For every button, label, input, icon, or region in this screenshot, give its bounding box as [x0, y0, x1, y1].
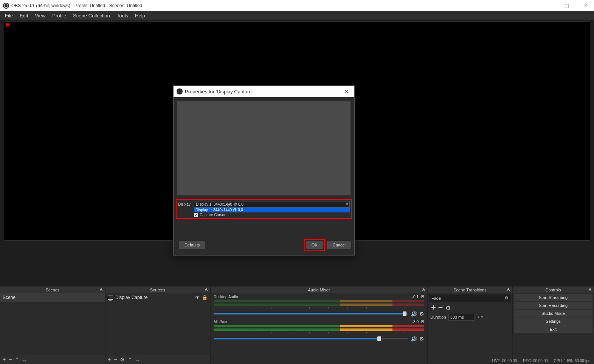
scenes-toolbar: + − ⌃ ⌄ — [0, 355, 105, 364]
meter-ticks — [214, 332, 424, 335]
mixer-track-mic: Mic/Aux -3.0 dB 🔊 ⚙ — [211, 318, 427, 343]
capture-cursor-checkbox[interactable]: ✓ — [194, 213, 198, 217]
menu-view[interactable]: View — [31, 12, 49, 20]
display-option[interactable]: Display 1: 3440x1440 @ 0,0 — [194, 208, 350, 212]
start-recording-button[interactable]: Start Recording — [514, 302, 592, 309]
popout-icon[interactable]: ⮝ — [99, 287, 103, 291]
source-handle-icon[interactable] — [6, 23, 9, 26]
annotation-highlight: OK — [304, 239, 325, 251]
controls-title: Controls — [546, 288, 561, 292]
transition-settings-icon[interactable]: ⚙ — [505, 296, 509, 300]
menu-profile[interactable]: Profile — [49, 12, 70, 20]
source-item-label: Display Capture — [115, 295, 147, 300]
mute-icon[interactable]: 🔊 — [411, 311, 417, 317]
track-settings-icon[interactable]: ⚙ — [419, 336, 424, 342]
popout-icon[interactable]: ⮝ — [422, 287, 426, 291]
display-label: Display — [178, 202, 192, 206]
sources-toolbar: + − ⚙ ⌃ ⌄ — [105, 355, 210, 364]
track-db: -0.1 dB — [412, 295, 424, 299]
controls-panel: Controls ⮝ Start Streaming Start Recordi… — [512, 286, 594, 364]
meter-ticks — [214, 307, 424, 310]
add-source-button[interactable]: + — [108, 356, 111, 362]
menu-tools[interactable]: Tools — [113, 12, 132, 20]
scene-down-button[interactable]: ⌄ — [22, 356, 27, 362]
dialog-preview — [177, 101, 351, 195]
minimize-button[interactable]: — — [543, 3, 553, 8]
studio-mode-button[interactable]: Studio Mode — [514, 310, 592, 317]
dock-panels: Scenes ⮝ Scene + − ⌃ ⌄ Sources ⮝ Display… — [0, 286, 594, 364]
source-down-button[interactable]: ⌄ — [135, 356, 140, 362]
menu-scene-collection[interactable]: Scene Collection — [70, 12, 113, 20]
duration-label: Duration — [430, 315, 446, 319]
dialog-button-bar: Defaults OK Cancel — [174, 235, 354, 255]
annotation-highlight: Display Display 1: 3440x1440 @ 0,0 ▲▼ Di… — [176, 199, 352, 219]
mixer-header: Audio Mixer ⮝ — [211, 287, 427, 293]
track-name: Desktop Audio — [214, 295, 238, 299]
track-db: -3.0 dB — [412, 320, 424, 324]
status-bar: LIVE: 00:00:00 REC: 00:00:00 CPU: 1.5%, … — [488, 357, 594, 364]
status-cpu: CPU: 1.5%, 60.00 fps — [554, 359, 590, 363]
settings-button[interactable]: Settings — [514, 318, 592, 325]
cancel-button[interactable]: Cancel — [327, 241, 351, 249]
transition-settings-icon[interactable]: ⚙ — [445, 304, 451, 311]
vu-meter — [214, 325, 424, 327]
dialog-close-button[interactable]: ✕ — [342, 88, 351, 95]
window-title: OBS 25.0.1 (64-bit, windows) - Profile: … — [11, 3, 142, 8]
menu-file[interactable]: File — [2, 12, 16, 20]
source-properties-button[interactable]: ⚙ — [120, 356, 125, 362]
scene-up-button[interactable]: ⌃ — [15, 356, 19, 362]
vu-meter — [214, 300, 424, 302]
add-transition-button[interactable]: + — [431, 303, 436, 313]
mixer-body: Desktop Audio -0.1 dB 🔊 ⚙ Mic/Aux -3.0 d… — [211, 293, 427, 364]
add-scene-button[interactable]: + — [3, 356, 6, 362]
remove-scene-button[interactable]: − — [9, 356, 12, 362]
menu-edit[interactable]: Edit — [16, 12, 31, 20]
mixer-title: Audio Mixer — [308, 288, 330, 292]
maximize-button[interactable]: ▢ — [561, 3, 572, 8]
defaults-button[interactable]: Defaults — [179, 241, 205, 249]
transition-selected-label: Fade — [431, 296, 441, 300]
display-icon — [108, 296, 113, 300]
volume-slider[interactable] — [214, 313, 408, 314]
track-settings-icon[interactable]: ⚙ — [419, 311, 424, 317]
window-titlebar: OBS 25.0.1 (64-bit, windows) - Profile: … — [0, 0, 594, 11]
source-item[interactable]: Display Capture 👁 🔒 — [105, 293, 210, 302]
close-button[interactable]: ✕ — [580, 3, 591, 8]
visibility-icon[interactable]: 👁 — [195, 295, 200, 300]
menu-bar: File Edit View Profile Scene Collection … — [0, 11, 594, 20]
remove-transition-button[interactable]: − — [438, 303, 443, 313]
track-name: Mic/Aux — [214, 320, 227, 324]
properties-dialog: Properties for 'Display Capture' ✕ Displ… — [173, 85, 355, 256]
mixer-track-desktop: Desktop Audio -0.1 dB 🔊 ⚙ — [211, 293, 427, 318]
audio-mixer-panel: Audio Mixer ⮝ Desktop Audio -0.1 dB 🔊 ⚙ — [210, 286, 428, 364]
popout-icon[interactable]: ⮝ — [205, 287, 208, 291]
mute-icon[interactable]: 🔊 — [411, 336, 417, 342]
lock-icon[interactable]: 🔒 — [202, 295, 208, 300]
transition-select[interactable]: Fade ⚙ — [429, 294, 511, 302]
window-controls: — ▢ ✕ — [543, 3, 591, 8]
scenes-header: Scenes ⮝ — [0, 287, 105, 293]
popout-icon[interactable]: ⮝ — [507, 287, 510, 291]
start-streaming-button[interactable]: Start Streaming — [514, 294, 592, 301]
dialog-titlebar: Properties for 'Display Capture' ✕ — [174, 86, 354, 97]
ok-button[interactable]: OK — [306, 241, 323, 249]
status-rec: REC: 00:00:00 — [523, 359, 548, 363]
display-combobox-value: Display 1: 3440x1440 @ 0,0 — [196, 202, 243, 206]
display-combobox[interactable]: Display 1: 3440x1440 @ 0,0 ▲▼ — [194, 201, 350, 208]
vu-meter — [214, 328, 424, 331]
scenes-title: Scenes — [46, 288, 60, 292]
duration-input[interactable] — [448, 314, 475, 321]
sources-panel: Sources ⮝ Display Capture 👁 🔒 + − ⚙ ⌃ ⌄ — [105, 286, 210, 364]
volume-slider[interactable] — [214, 338, 408, 339]
display-dropdown-list: Display 1: 3440x1440 @ 0,0 — [194, 208, 350, 212]
capture-cursor-label: Capture Cursor — [200, 213, 225, 217]
duration-stepper[interactable]: ▲▼ — [477, 315, 484, 319]
combo-arrows-icon: ▲▼ — [346, 202, 349, 206]
menu-help[interactable]: Help — [132, 12, 149, 20]
remove-source-button[interactable]: − — [114, 356, 117, 362]
popout-icon[interactable]: ⮝ — [588, 287, 592, 291]
exit-button[interactable]: Exit — [514, 325, 592, 333]
source-up-button[interactable]: ⌃ — [128, 356, 132, 362]
scene-item[interactable]: Scene — [0, 293, 105, 302]
status-live: LIVE: 00:00:00 — [492, 359, 517, 363]
